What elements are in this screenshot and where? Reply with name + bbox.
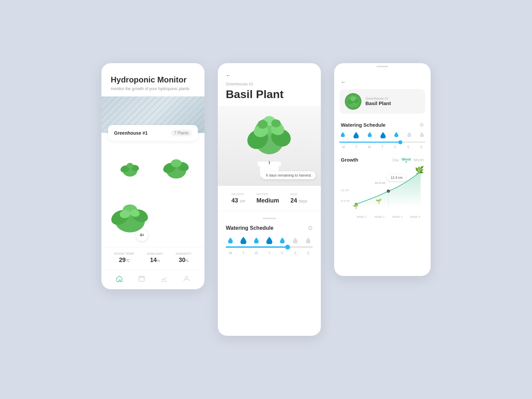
s3-label-T1: T xyxy=(354,145,359,149)
stat-value-temp: 29℃ xyxy=(114,257,134,264)
info-label-water: WATER xyxy=(256,193,279,196)
info-value-height: 43 cm xyxy=(231,197,245,204)
view-toggle: Day Week Month xyxy=(392,157,424,163)
growth-section: Growth Day Week Month 12 cm 8,3 cm xyxy=(334,154,431,276)
plant-cell-4 xyxy=(153,193,199,245)
s3-dot-T2 xyxy=(380,132,386,140)
stat-label-temp: ROOM TEMP xyxy=(114,252,134,255)
watering-header: Watering Schedule ⚙ xyxy=(226,224,313,232)
s3-slider-thumb xyxy=(398,140,402,144)
stat-sunlight: SUNLIGHT 14% xyxy=(147,252,163,264)
svg-point-31 xyxy=(350,96,356,101)
screen2-plant-title: Basil Plant xyxy=(226,88,313,101)
chart-week-4: Week 4 xyxy=(410,215,420,218)
screen3-plant-name: Basil Plant xyxy=(365,100,391,106)
day-dot-T2 xyxy=(266,237,273,244)
stat-room-temp: ROOM TEMP 29℃ xyxy=(114,252,134,264)
view-day[interactable]: Day xyxy=(392,158,399,162)
day-label-T1: T xyxy=(240,251,247,255)
day-dot-S2 xyxy=(305,237,312,244)
growth-title: Growth xyxy=(341,157,358,163)
growth-chart-svg xyxy=(353,165,424,207)
day-label-W: W xyxy=(253,251,260,255)
screen1-header: Hydroponic Monitor monitor the growth of… xyxy=(101,63,204,96)
s3-dot-S2 xyxy=(420,132,424,140)
gear-icon-screen2[interactable]: ⚙ xyxy=(308,224,313,232)
info-label-age: AGE xyxy=(291,193,307,196)
svg-rect-14 xyxy=(139,276,144,281)
stat-label-humidity: HUMIDITY xyxy=(176,252,192,255)
screen3-greenhouse-tag: Greenhouse #1 xyxy=(365,97,391,100)
screen-growth-chart: ← Greenhouse #1 Basil Plant Watering Sch… xyxy=(334,63,431,276)
slider-thumb xyxy=(285,245,290,249)
screen3-slider[interactable] xyxy=(339,142,425,143)
day-labels: M T W T F S S xyxy=(226,251,313,255)
screen2-plant-image: 6 days remaining to harvest xyxy=(218,106,321,186)
y-label-12: 12 cm xyxy=(341,189,349,192)
s3-slider-fill xyxy=(339,142,400,143)
day-label-M: M xyxy=(227,251,234,255)
harvest-badge: 6 days remaining to harvest xyxy=(261,171,316,179)
chart-week-1: Week 1 xyxy=(357,215,367,218)
plant-avatar xyxy=(345,93,361,110)
plant-cell-3[interactable]: 4+ xyxy=(107,193,153,245)
plant-avatar-svg xyxy=(346,95,360,108)
svg-point-26 xyxy=(271,119,281,127)
leaf-icon-week4: 🌿 xyxy=(415,166,424,175)
screen2-watering: Watering Schedule ⚙ xyxy=(218,211,321,262)
s3-label-S2: S xyxy=(419,145,424,149)
screen3-plant-card: Greenhouse #1 Basil Plant xyxy=(339,89,425,114)
watering-title: Watering Schedule xyxy=(226,225,273,231)
s3-dot-W xyxy=(368,132,372,140)
stat-value-humidity: 30% xyxy=(176,257,192,264)
s3-dot-T1 xyxy=(353,132,359,140)
back-button-screen3[interactable]: ← xyxy=(341,79,346,85)
info-value-age: 24 days xyxy=(291,197,307,204)
plant-cell-1[interactable] xyxy=(107,147,153,193)
plant-info-row: HEIGHT 43 cm WATER Medium AGE 24 days xyxy=(218,186,321,211)
y-label-83: 8,3 cm xyxy=(341,199,350,202)
s3-dot-F xyxy=(394,132,398,140)
screen3-plant-info: Greenhouse #1 Basil Plant xyxy=(365,97,391,106)
back-button-screen2[interactable]: ← xyxy=(226,72,313,78)
plant-grid: 4+ xyxy=(101,141,204,247)
screen3-top: ← xyxy=(334,71,431,89)
s3-dot-M xyxy=(341,132,345,140)
svg-point-3 xyxy=(127,163,133,168)
day-indicators xyxy=(226,237,313,244)
slider-fill xyxy=(226,246,288,248)
day-dot-T1 xyxy=(240,237,247,244)
chart-week-labels: Week 1 Week 2 Week 3 Week 4 xyxy=(341,215,424,218)
stat-value-sunlight: 14% xyxy=(147,257,163,264)
view-week[interactable]: Week xyxy=(402,157,411,161)
nav-chart[interactable] xyxy=(160,275,168,283)
watering-slider[interactable] xyxy=(226,246,313,248)
app-title: Hydroponic Monitor xyxy=(111,75,195,84)
more-plants-badge[interactable]: 4+ xyxy=(136,229,148,241)
greenhouse-card[interactable]: Greenhouse #1 7 Plants xyxy=(108,125,198,141)
day-label-S2: S xyxy=(305,251,312,255)
screen3-watering-header: Watering Schedule ⚙ xyxy=(334,119,431,132)
drag-handle xyxy=(263,218,276,219)
gear-icon-screen3[interactable]: ⚙ xyxy=(419,122,424,128)
screen2-top: ← Greenhouse #1 Basil Plant xyxy=(218,63,321,106)
day-dot-M xyxy=(227,237,234,244)
stats-bar: ROOM TEMP 29℃ SUNLIGHT 14% HUMIDITY 30% xyxy=(101,247,204,270)
screen3-watering-title: Watering Schedule xyxy=(341,122,385,128)
chart-week-3: Week 3 xyxy=(392,215,402,218)
nav-profile[interactable] xyxy=(183,275,191,283)
plant-cell-2[interactable] xyxy=(153,147,199,193)
view-month[interactable]: Month xyxy=(414,158,424,162)
info-water: WATER Medium xyxy=(256,193,279,204)
day-label-T2: T xyxy=(266,251,273,255)
s3-label-S1: S xyxy=(406,145,411,149)
seedling-week3: 🌱 xyxy=(376,199,381,204)
view-week-container: Week xyxy=(402,157,411,163)
day-label-F: F xyxy=(279,251,286,255)
day-dot-W xyxy=(253,237,260,244)
stat-label-sunlight: SUNLIGHT xyxy=(147,252,163,255)
nav-calendar[interactable] xyxy=(138,275,146,283)
day-dot-F xyxy=(279,237,286,244)
nav-home[interactable] xyxy=(115,275,123,283)
tooltip-10-3: 10.3 cm xyxy=(371,180,389,186)
